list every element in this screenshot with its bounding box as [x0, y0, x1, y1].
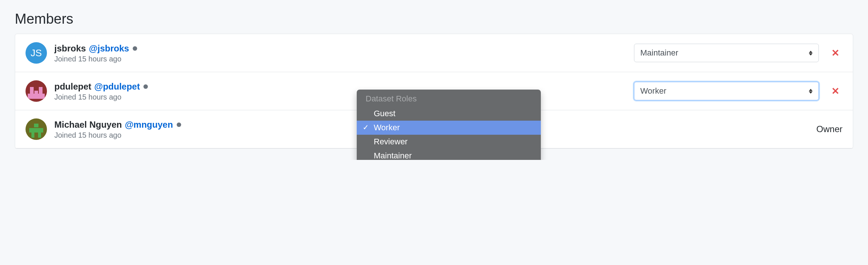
dropdown-option-worker[interactable]: Worker — [357, 121, 541, 135]
status-dot-icon — [143, 84, 148, 89]
member-name: jsbroks — [54, 43, 86, 54]
member-name: Michael Nguyen — [54, 119, 122, 130]
role-select[interactable]: Maintainer — [634, 44, 819, 62]
role-select-value: Maintainer — [640, 48, 678, 58]
dropdown-option-reviewer[interactable]: Reviewer — [357, 135, 541, 149]
svg-rect-9 — [29, 128, 43, 132]
member-joined: Joined 15 hours ago — [54, 55, 634, 63]
avatar — [26, 118, 47, 140]
member-handle[interactable]: @pdulepet — [94, 81, 140, 92]
svg-rect-10 — [31, 132, 34, 138]
members-list: JS jsbroks @jsbroks Joined 15 hours ago … — [15, 34, 853, 149]
svg-rect-5 — [34, 91, 38, 99]
close-icon: ✕ — [831, 85, 840, 97]
svg-rect-3 — [39, 87, 43, 94]
svg-rect-11 — [38, 132, 41, 138]
avatar — [26, 80, 47, 102]
member-row: JS jsbroks @jsbroks Joined 15 hours ago … — [15, 34, 853, 72]
avatar: JS — [26, 42, 47, 64]
remove-member-button[interactable]: ✕ — [828, 46, 842, 60]
owner-label: Owner — [816, 124, 842, 134]
chevron-updown-icon — [809, 89, 813, 94]
page-title: Members — [15, 11, 853, 27]
remove-member-button[interactable]: ✕ — [828, 84, 842, 98]
member-joined: Joined 15 hours ago — [54, 93, 634, 101]
role-dropdown-menu: Dataset Roles Guest Worker Reviewer Main… — [357, 90, 541, 160]
member-info: jsbroks @jsbroks Joined 15 hours ago — [54, 43, 634, 63]
role-select[interactable]: Worker — [634, 82, 819, 100]
status-dot-icon — [177, 123, 181, 127]
member-handle[interactable]: @jsbroks — [89, 43, 129, 54]
svg-rect-8 — [34, 124, 38, 127]
close-icon: ✕ — [831, 47, 840, 58]
chevron-updown-icon — [809, 51, 813, 56]
status-dot-icon — [133, 46, 137, 51]
dropdown-header: Dataset Roles — [357, 91, 541, 107]
dropdown-option-maintainer[interactable]: Maintainer — [357, 149, 541, 160]
member-info: pdulepet @pdulepet Joined 15 hours ago — [54, 81, 634, 101]
member-handle[interactable]: @mnguyen — [125, 119, 173, 130]
member-name: pdulepet — [54, 81, 91, 92]
role-select-value: Worker — [640, 86, 667, 96]
svg-rect-2 — [30, 87, 34, 94]
dropdown-option-guest[interactable]: Guest — [357, 107, 541, 121]
